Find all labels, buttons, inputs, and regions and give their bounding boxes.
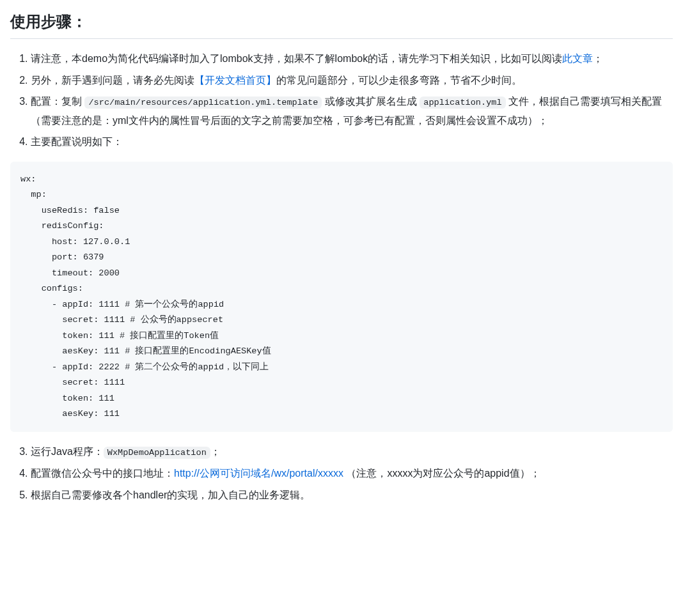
- text: 根据自己需要修改各个handler的实现，加入自己的业务逻辑。: [31, 489, 310, 500]
- text: 另外，新手遇到问题，请务必先阅读: [31, 75, 194, 86]
- link-endpoint-url[interactable]: http://公网可访问域名/wx/portal/xxxxx: [174, 468, 343, 479]
- code-template-path: /src/main/resources/application.yml.temp…: [84, 96, 322, 109]
- list-item: 主要配置说明如下：: [31, 132, 673, 151]
- list-item: 配置：复制 /src/main/resources/application.ym…: [31, 92, 673, 130]
- text: 或修改其扩展名生成: [322, 96, 420, 107]
- text: 主要配置说明如下：: [31, 136, 123, 147]
- text: ；: [210, 446, 221, 457]
- code-content: wx: mp: useRedis: false redisConfig: hos…: [20, 172, 663, 422]
- list-item: 另外，新手遇到问题，请务必先阅读【开发文档首页】的常见问题部分，可以少走很多弯路…: [31, 71, 673, 90]
- text: 配置微信公众号中的接口地址：: [31, 468, 174, 479]
- link-lombok-article[interactable]: 此文章: [562, 53, 593, 64]
- link-dev-docs-home[interactable]: 【开发文档首页】: [194, 75, 276, 86]
- list-item: 配置微信公众号中的接口地址：http://公网可访问域名/wx/portal/x…: [31, 464, 673, 483]
- text: （注意，xxxxx为对应公众号的appid值）；: [343, 468, 540, 479]
- text: 的常见问题部分，可以少走很多弯路，节省不少时间。: [276, 75, 522, 86]
- list-item: 请注意，本demo为简化代码编译时加入了lombok支持，如果不了解lombok…: [31, 49, 673, 68]
- text: ；: [593, 53, 603, 64]
- code-application-yml: application.yml: [420, 96, 505, 109]
- list-item: 运行Java程序：WxMpDemoApplication；: [31, 442, 673, 461]
- steps-list-1: 请注意，本demo为简化代码编译时加入了lombok支持，如果不了解lombok…: [10, 49, 673, 151]
- text: 运行Java程序：: [31, 446, 104, 457]
- code-wxmp-demo-application: WxMpDemoApplication: [104, 447, 210, 459]
- code-block-yml-config: wx: mp: useRedis: false redisConfig: hos…: [10, 162, 673, 433]
- text: 请注意，本demo为简化代码编译时加入了lombok支持，如果不了解lombok…: [31, 53, 562, 64]
- page-heading: 使用步骤：: [10, 10, 673, 39]
- list-item: 根据自己需要修改各个handler的实现，加入自己的业务逻辑。: [31, 486, 673, 505]
- text: 配置：复制: [31, 96, 84, 107]
- steps-list-2: 运行Java程序：WxMpDemoApplication； 配置微信公众号中的接…: [10, 442, 673, 504]
